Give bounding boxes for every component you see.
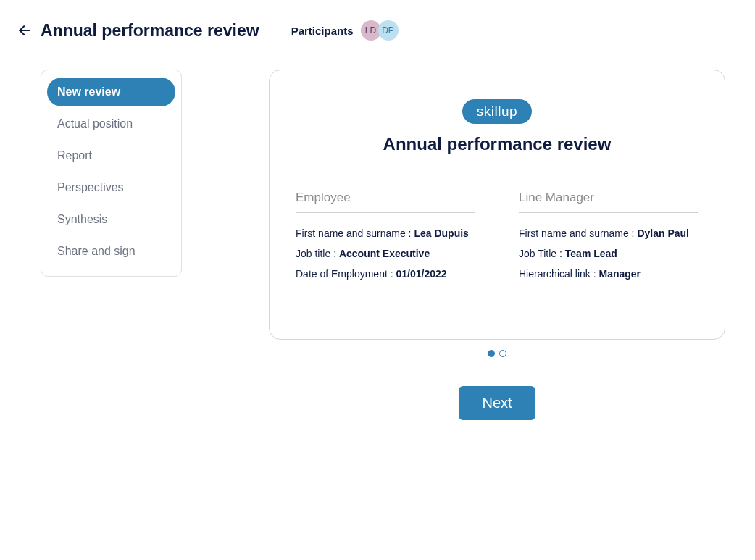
employee-heading: Employee [296,191,475,213]
manager-heading: Line Manager [519,191,698,213]
field-value: Dylan Paul [637,227,689,239]
avatar-stack: LD DP [361,20,399,41]
field-label: Date of Employment : [296,268,396,280]
sidebar-item-new-review[interactable]: New review [47,78,175,106]
page-title: Annual performance review [41,21,259,41]
employee-doe-row: Date of Employment : 01/01/2022 [296,268,475,280]
page-header: Annual performance review Participants L… [0,0,755,41]
card-title: Annual performance review [293,134,701,154]
field-label: Job title : [296,248,339,259]
manager-jobtitle-row: Job Title : Team Lead [519,248,698,259]
manager-link-row: Hierarchical link : Manager [519,268,698,280]
sidebar-item-report[interactable]: Report [47,141,175,170]
field-label: Hierarchical link : [519,268,598,280]
field-label: First name and surname : [296,227,414,239]
brand-wrap: skillup [293,99,701,124]
field-value: Manager [598,268,641,280]
employee-name-row: First name and surname : Lea Dupuis [296,227,475,239]
employee-jobtitle-row: Job title : Account Executive [296,248,475,259]
brand-logo: skillup [462,99,532,124]
pagination-dots [269,350,725,357]
sidebar-item-actual-position[interactable]: Actual position [47,109,175,138]
participants-label: Participants [291,25,354,37]
field-value: Account Executive [339,248,430,259]
field-label: Job Title : [519,248,565,259]
dot-2[interactable] [499,350,506,357]
participants: Participants LD DP [291,20,399,41]
field-value: 01/01/2022 [396,268,447,280]
back-arrow-icon[interactable] [17,23,32,38]
field-value: Team Lead [565,248,617,259]
field-label: First name and surname : [519,227,637,239]
avatar[interactable]: DP [378,20,399,41]
sidebar-item-synthesis[interactable]: Synthesis [47,205,175,234]
next-button[interactable]: Next [459,386,535,420]
dot-1[interactable] [488,350,495,357]
employee-column: Employee First name and surname : Lea Du… [296,191,475,288]
manager-column: Line Manager First name and surname : Dy… [519,191,698,288]
sidebar-item-share-sign[interactable]: Share and sign [47,237,175,266]
review-card: skillup Annual performance review Employ… [269,70,725,340]
sidebar: New review Actual position Report Perspe… [41,70,182,277]
field-value: Lea Dupuis [414,227,468,239]
sidebar-item-perspectives[interactable]: Perspectives [47,173,175,202]
main-column: skillup Annual performance review Employ… [269,70,725,420]
manager-name-row: First name and surname : Dylan Paul [519,227,698,239]
